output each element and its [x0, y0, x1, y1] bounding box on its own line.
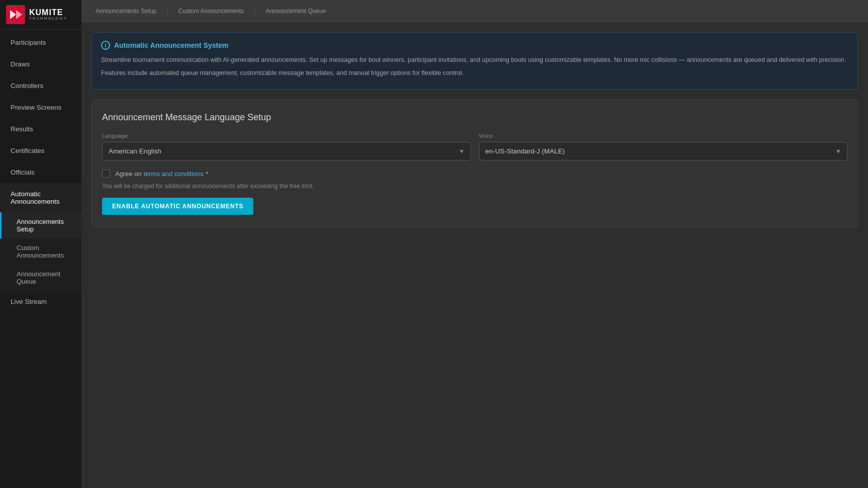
checkbox-agree-text: Agree on [115, 170, 143, 178]
topbar-item-2[interactable]: Announcement Queue [261, 6, 330, 17]
form-group-language: Language American English British Englis… [102, 133, 471, 160]
topbar-item-0[interactable]: Announcements Setup [91, 6, 160, 17]
content-area: i Automatic Announcement System Streamli… [81, 22, 868, 488]
terms-link[interactable]: terms and conditions [143, 170, 204, 178]
terms-checkbox[interactable] [102, 170, 110, 178]
topbar-separator-1: | [254, 8, 255, 15]
enable-automatic-announcements-button[interactable]: ENABLE AUTOMATIC ANNOUNCEMENTS [102, 198, 253, 215]
terms-checkbox-row: Agree on terms and conditions * [102, 170, 847, 178]
info-banner: i Automatic Announcement System Streamli… [91, 32, 858, 90]
sidebar-item-certificates[interactable]: Certificates [0, 140, 81, 161]
sidebar-item-participants[interactable]: Participants [0, 32, 81, 53]
form-group-voice: Voice en-US-Standard-J (MALE) en-US-Stan… [479, 133, 848, 160]
sidebar-item-announcements-setup[interactable]: Announcements Setup [0, 212, 81, 238]
topbar-item-1[interactable]: Custom Announcements [174, 6, 248, 17]
charge-notice: You will be charged for additional annou… [102, 183, 847, 190]
voice-label: Voice [479, 133, 848, 139]
language-select[interactable]: American English British English Spanish… [102, 142, 471, 160]
sidebar-item-controllers[interactable]: Controllers [0, 75, 81, 97]
sidebar-item-live-stream[interactable]: Live Stream [0, 291, 81, 312]
sidebar-item-preview-screens[interactable]: Preview Screens [0, 97, 81, 118]
sidebar-item-results[interactable]: Results [0, 118, 81, 140]
topbar-separator-0: | [166, 8, 168, 15]
setup-card: Announcement Message Language Setup Lang… [91, 100, 858, 227]
sidebar-item-draws[interactable]: Draws [0, 53, 81, 75]
main-content: Announcements Setup | Custom Announcemen… [81, 0, 868, 488]
info-banner-title-row: i Automatic Announcement System [101, 41, 848, 50]
sidebar-item-automatic-announcements[interactable]: Automatic Announcements [0, 183, 81, 212]
voice-select-wrapper: en-US-Standard-J (MALE) en-US-Standard-A… [479, 142, 848, 160]
language-label: Language [102, 133, 471, 139]
form-row-language-voice: Language American English British Englis… [102, 133, 847, 160]
sidebar-item-announcement-queue[interactable]: Announcement Queue [0, 265, 81, 291]
logo-technology-label: TECHNOLOGY [29, 17, 67, 21]
info-banner-title: Automatic Announcement System [114, 41, 228, 49]
info-icon: i [101, 41, 110, 50]
logo-text: KUMITE TECHNOLOGY [29, 8, 67, 21]
checkbox-suffix: * [204, 170, 208, 178]
sidebar-item-custom-announcements[interactable]: Custom Announcements [0, 238, 81, 265]
setup-title: Announcement Message Language Setup [102, 112, 847, 123]
sidebar-item-officials[interactable]: Officials [0, 161, 81, 183]
language-select-wrapper: American English British English Spanish… [102, 142, 471, 160]
sidebar: KUMITE TECHNOLOGY Participants Draws Con… [0, 0, 81, 488]
top-bar: Announcements Setup | Custom Announcemen… [81, 0, 868, 22]
sidebar-logo: KUMITE TECHNOLOGY [0, 0, 81, 30]
terms-checkbox-label[interactable]: Agree on terms and conditions * [115, 170, 208, 178]
info-banner-text-1: Streamline tournament communication with… [101, 55, 848, 65]
info-banner-text-2: Features include automated queue managem… [101, 68, 848, 78]
logo-kumite-label: KUMITE [29, 8, 67, 17]
voice-select[interactable]: en-US-Standard-J (MALE) en-US-Standard-A… [479, 142, 848, 160]
sidebar-nav: Participants Draws Controllers Preview S… [0, 30, 81, 488]
kumite-logo-icon [6, 5, 25, 24]
